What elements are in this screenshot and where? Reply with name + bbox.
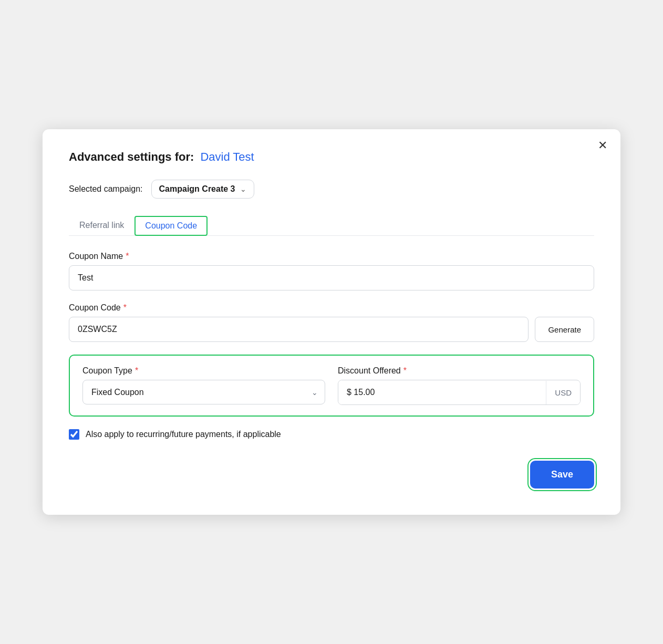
footer-row: Save [69,461,594,489]
coupon-type-select[interactable]: Fixed Coupon Percentage Coupon [82,380,325,404]
discount-label: Discount Offered * [338,366,581,376]
coupon-type-section: Coupon Type * Fixed Coupon Percentage Co… [69,355,594,417]
required-indicator: * [123,303,127,313]
coupon-name-label: Coupon Name * [69,252,594,261]
title-value: David Test [200,150,254,164]
close-button[interactable]: ✕ [598,140,607,151]
campaign-label: Selected campaign: [69,184,143,194]
recurring-label[interactable]: Also apply to recurring/future payments,… [86,430,281,439]
recurring-checkbox[interactable] [69,429,79,440]
tab-coupon-code[interactable]: Coupon Code [134,216,208,236]
recurring-checkbox-row: Also apply to recurring/future payments,… [69,429,594,440]
coupon-code-label: Coupon Code * [69,303,594,313]
title-label: Advanced settings for: [69,150,194,164]
tab-referral-link[interactable]: Referral link [69,215,134,235]
coupon-type-label: Coupon Type * [82,366,325,376]
coupon-code-row: Generate [69,317,594,342]
advanced-settings-modal: ✕ Advanced settings for: David Test Sele… [43,129,620,515]
required-indicator: * [135,366,138,376]
coupon-name-input[interactable] [69,265,594,290]
coupon-code-input[interactable] [69,317,529,342]
coupon-name-field: Coupon Name * [69,252,594,290]
save-button[interactable]: Save [530,461,594,489]
campaign-name: Campaign Create 3 [159,184,235,194]
currency-label: USD [546,381,580,404]
campaign-dropdown[interactable]: Campaign Create 3 ⌄ [151,180,255,199]
discount-input[interactable] [338,380,546,404]
required-indicator: * [126,252,129,261]
required-indicator: * [403,366,407,376]
coupon-type-col: Coupon Type * Fixed Coupon Percentage Co… [82,366,325,404]
coupon-type-select-wrapper: Fixed Coupon Percentage Coupon ⌄ [82,380,325,404]
discount-input-wrapper: USD [338,380,581,405]
generate-button[interactable]: Generate [535,317,594,342]
coupon-type-inner: Coupon Type * Fixed Coupon Percentage Co… [82,366,581,405]
campaign-row: Selected campaign: Campaign Create 3 ⌄ [69,180,594,199]
tabs-row: Referral link Coupon Code [69,215,594,236]
coupon-code-field: Coupon Code * Generate [69,303,594,342]
title-row: Advanced settings for: David Test [69,150,594,164]
chevron-down-icon: ⌄ [240,185,246,193]
discount-offered-col: Discount Offered * USD [338,366,581,405]
